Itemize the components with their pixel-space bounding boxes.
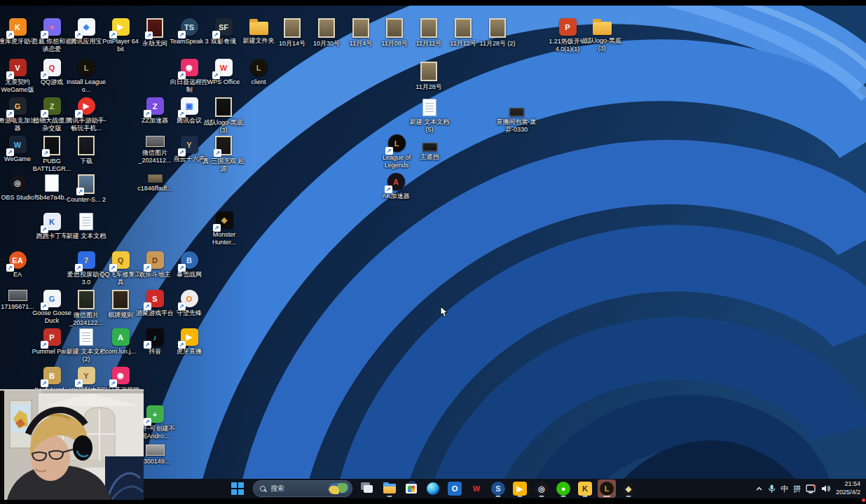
taskbar-wps-button[interactable]: W bbox=[467, 479, 486, 498]
desktop-icon-label: 抖音 bbox=[149, 348, 161, 356]
desktop-icon-label: com.lun.j... bbox=[105, 348, 136, 356]
desktop-icon-stream-pack[interactable]: 直播间包装-废弃-0330 bbox=[495, 108, 538, 133]
taskbar-steam-button[interactable]: S bbox=[489, 479, 507, 498]
img-1719-icon bbox=[8, 290, 27, 301]
shortcut-arrow-icon bbox=[75, 110, 83, 118]
desktop-icon-huya-live[interactable]: ▶虎牙直播 bbox=[167, 328, 211, 356]
taskbar-kook-button[interactable]: K bbox=[576, 479, 594, 498]
ak-booster-glyph: A bbox=[393, 178, 399, 186]
desktop-icon-img-1128a[interactable]: 11月28号 (2) bbox=[476, 18, 519, 48]
cast-display-icon[interactable] bbox=[806, 484, 816, 493]
youju-platform-glyph: S bbox=[152, 295, 157, 303]
multi-open-android-glyph: + bbox=[153, 410, 157, 419]
desktop-icon-label: 直播间包装-废弃-0330 bbox=[495, 118, 538, 133]
desktop-icon-cs2[interactable]: Counter-S... 2 bbox=[64, 174, 108, 204]
multi-open-android-icon: + bbox=[146, 405, 164, 423]
desktop-icon-tencent-gamebuddy[interactable]: ▶腾讯手游助手-畅玩手机... bbox=[64, 97, 108, 132]
start-button[interactable] bbox=[228, 479, 247, 498]
desktop-icon-label: 11月28号 bbox=[415, 83, 441, 91]
desktop-icon-battlenet[interactable]: B暴雪战网 bbox=[167, 251, 211, 279]
yingyongbao-glyph: ◆ bbox=[83, 22, 89, 31]
desktop-icon-label: 虎牙直播 bbox=[177, 348, 202, 356]
clock-date: 2025/4/2 bbox=[836, 489, 860, 497]
desktop-icon-overwatch[interactable]: O守望先锋 bbox=[167, 290, 211, 317]
desktop-icon-label: 欢乐斗地主 bbox=[139, 271, 171, 279]
desktop-icon-txt-doc-5[interactable]: 新建 文本文档 (5) bbox=[408, 99, 451, 133]
desktop-icon-monster-hunter[interactable]: ◆Monster Hunter... bbox=[202, 211, 246, 246]
desktop-icon-label: 10月30号 bbox=[313, 40, 340, 48]
qiyou-booster-icon: G bbox=[9, 97, 27, 115]
kook-icon: K bbox=[578, 482, 592, 496]
taskbar-task-view-button[interactable] bbox=[359, 479, 377, 498]
desktop-icon-label: 腾讯手游助手-畅玩手机... bbox=[64, 117, 108, 132]
desktop-icon-label: 11月08号 bbox=[381, 40, 407, 48]
ime-language-button[interactable]: 中 bbox=[781, 484, 788, 494]
shortcut-arrow-icon bbox=[144, 264, 151, 272]
desktop-icon-main-mask[interactable]: 主遮挡 bbox=[408, 143, 451, 161]
desktop-icon-folder-team-logo[interactable]: 战队logo-黑底(3) bbox=[580, 18, 624, 52]
clock[interactable]: 21:54 2025/4/2 bbox=[836, 480, 863, 496]
clock-time: 21:54 bbox=[844, 480, 860, 489]
taskbar-obs-button[interactable]: ◎ bbox=[532, 479, 551, 498]
microphone-icon[interactable] bbox=[768, 484, 776, 493]
desktop-icon-label: 17195671... bbox=[1, 303, 34, 311]
desktop-icon-c1846-file[interactable]: c1846ffadf... bbox=[133, 174, 177, 192]
desktop-icon-label: Counter-S... 2 bbox=[67, 196, 106, 204]
yy-hall-glyph: Y bbox=[83, 372, 88, 380]
wegame-glyph: W bbox=[14, 141, 21, 149]
txt-doc-1-icon bbox=[79, 213, 93, 230]
monster-hunter-glyph: ◆ bbox=[221, 216, 227, 225]
desktop-icon-img-1128b[interactable]: 11月28号 bbox=[407, 62, 451, 91]
taskbar-game-launcher-button[interactable]: ◈ bbox=[619, 479, 638, 498]
desktop-icon-label: 跑跑卡丁车 bbox=[36, 232, 68, 240]
desktop-icon-team-logo-image[interactable]: 战队logo-黑底(3) bbox=[202, 97, 245, 134]
desktop-icon-download[interactable]: 下载 bbox=[64, 136, 108, 165]
zz-booster-icon: Z bbox=[146, 97, 164, 115]
novel-app-glyph: ♥ bbox=[50, 23, 55, 31]
img-1128b-icon bbox=[420, 62, 437, 81]
tencent-gamebuddy-icon: ▶ bbox=[78, 97, 95, 115]
volume-icon[interactable] bbox=[821, 484, 831, 493]
search-highlight-thumbnail[interactable] bbox=[329, 483, 350, 494]
taskbar-huya-button[interactable]: ▶ bbox=[511, 479, 529, 498]
desktop-icon-sanguo-origins[interactable]: 真·三国无双 起源 bbox=[202, 136, 245, 172]
goose-goose-duck-glyph: G bbox=[49, 295, 55, 303]
desktop-icon-client[interactable]: Lclient bbox=[237, 59, 280, 86]
ime-mode-button[interactable]: 拼 bbox=[793, 484, 801, 494]
kartrider-glyph: K bbox=[49, 218, 55, 226]
yingyongbao-icon: ◆ bbox=[78, 18, 95, 36]
league-of-legends-glyph: L bbox=[394, 139, 399, 148]
taskbar-microsoft-store-button[interactable] bbox=[402, 479, 420, 498]
taskbar-edge-button[interactable] bbox=[424, 479, 442, 498]
taskbar-outlook-button[interactable]: O bbox=[446, 479, 464, 498]
taskbar-league-of-legends-button[interactable]: L bbox=[598, 479, 616, 498]
search-placeholder: 搜索 bbox=[270, 484, 324, 493]
tencent-gamebuddy-glyph: ▶ bbox=[83, 102, 89, 111]
system-tray: 中 拼 21:54 2025/4/2 bbox=[755, 479, 863, 498]
desktop-icon-label: 11月4号 bbox=[350, 40, 372, 48]
youju-platform-icon: S bbox=[146, 290, 164, 307]
desktop-icon-label: ZZ加速器 bbox=[142, 117, 168, 125]
taskbar-wechat-button[interactable]: ● bbox=[554, 479, 572, 498]
taskbar-file-explorer-button[interactable] bbox=[380, 479, 399, 498]
douyin-glyph: ♪ bbox=[153, 333, 157, 342]
txt-doc-5-icon bbox=[422, 99, 437, 116]
shortcut-arrow-icon bbox=[41, 225, 48, 233]
desktop-icon-label: Monster Hunter... bbox=[202, 231, 246, 246]
desktop-icon-ak-booster[interactable]: AAK加速器 bbox=[374, 173, 418, 200]
desktop-icon-txt-doc-1[interactable]: 新建 文本文档 bbox=[64, 213, 108, 240]
search-input[interactable]: 搜索 bbox=[253, 480, 352, 497]
naraka-icon bbox=[146, 18, 163, 38]
client-icon: L bbox=[250, 59, 268, 76]
league-of-legends-icon: L bbox=[600, 482, 614, 496]
teamspeak-icon: TS bbox=[181, 18, 198, 36]
desktop-icon-install-league[interactable]: LInstall League o... bbox=[64, 59, 108, 93]
desktop-icon-label: 永劫无间 bbox=[142, 40, 167, 48]
hidden-icons-chevron[interactable] bbox=[755, 485, 763, 493]
client-glyph: L bbox=[256, 64, 261, 72]
desktop-icon-ea-app[interactable]: EAEA bbox=[0, 251, 39, 279]
desktop-icon-label: 7300149... bbox=[140, 458, 170, 465]
desktop-icon-label: 守望先锋 bbox=[177, 309, 202, 317]
shortcut-arrow-icon bbox=[75, 264, 83, 272]
search-icon bbox=[260, 486, 266, 492]
